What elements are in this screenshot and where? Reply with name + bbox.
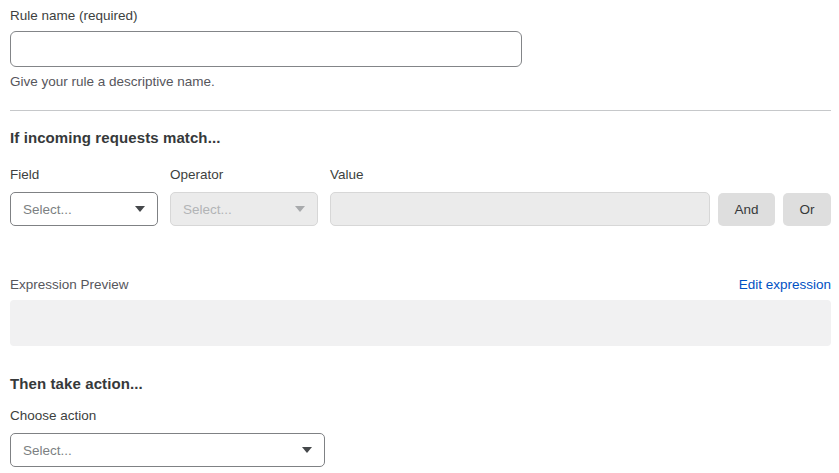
condition-row: Select... Select... And Or bbox=[10, 192, 831, 226]
choose-action-label: Choose action bbox=[10, 408, 831, 423]
operator-select: Select... bbox=[170, 192, 318, 226]
rule-name-helper-text: Give your rule a descriptive name. bbox=[10, 74, 831, 89]
action-select[interactable]: Select... bbox=[10, 433, 325, 467]
section-divider bbox=[10, 110, 831, 111]
match-section-heading: If incoming requests match... bbox=[10, 129, 831, 146]
chevron-down-icon bbox=[135, 206, 145, 212]
rule-name-label: Rule name (required) bbox=[10, 8, 831, 23]
or-button[interactable]: Or bbox=[783, 193, 831, 226]
expression-preview-label: Expression Preview bbox=[10, 277, 129, 292]
value-column-label: Value bbox=[330, 167, 710, 182]
field-select-placeholder: Select... bbox=[23, 202, 72, 217]
edit-expression-link[interactable]: Edit expression bbox=[739, 277, 831, 292]
field-select[interactable]: Select... bbox=[10, 192, 158, 226]
rule-creation-form: Rule name (required) Give your rule a de… bbox=[0, 0, 839, 473]
chevron-down-icon bbox=[302, 447, 312, 453]
expression-preview-header: Expression Preview Edit expression bbox=[10, 277, 831, 292]
and-button[interactable]: And bbox=[718, 193, 775, 226]
action-select-placeholder: Select... bbox=[23, 443, 72, 458]
field-column-label: Field bbox=[10, 167, 158, 182]
condition-column-labels: Field Operator Value bbox=[10, 167, 831, 182]
operator-select-placeholder: Select... bbox=[183, 202, 232, 217]
operator-column-label: Operator bbox=[170, 167, 318, 182]
rule-name-input[interactable] bbox=[10, 31, 522, 67]
value-input bbox=[330, 192, 710, 226]
chevron-down-icon bbox=[295, 206, 305, 212]
expression-preview-box bbox=[10, 300, 831, 346]
action-section-heading: Then take action... bbox=[10, 375, 831, 392]
